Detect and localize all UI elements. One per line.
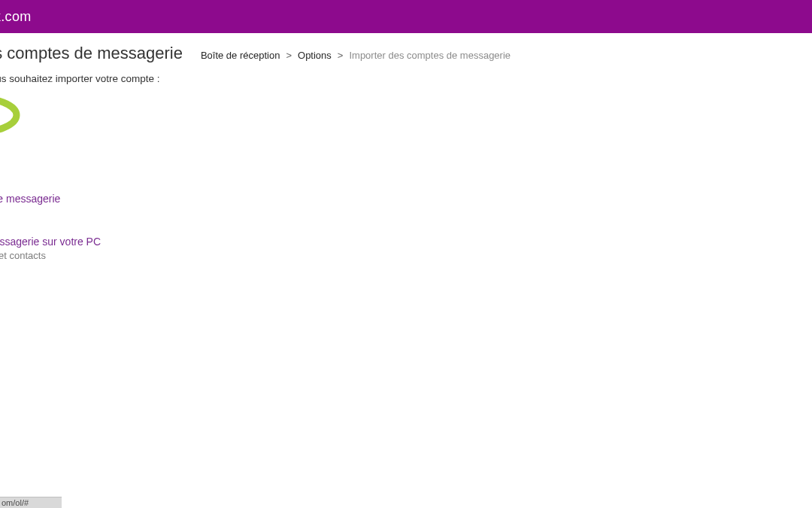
status-url: om/ol/# bbox=[2, 498, 29, 507]
highlight-ellipse bbox=[0, 93, 812, 137]
import-option-3: messagerie sur votre PC ue et contacts bbox=[0, 235, 812, 261]
svg-point-0 bbox=[0, 97, 17, 133]
breadcrumb-inbox[interactable]: Boîte de réception bbox=[201, 50, 280, 61]
status-bar: om/ol/# bbox=[0, 497, 62, 508]
app-title: k.com bbox=[0, 9, 32, 25]
title-row: es comptes de messagerie Boîte de récept… bbox=[0, 44, 812, 63]
option-2-subtext: ue bbox=[0, 207, 812, 218]
ellipse-icon bbox=[0, 93, 39, 137]
option-2-link[interactable]: r de messagerie bbox=[0, 193, 60, 205]
option-1-subtext: ue bbox=[0, 164, 812, 175]
app-header: k.com bbox=[0, 0, 812, 33]
option-3-link[interactable]: messagerie sur votre PC bbox=[0, 236, 101, 248]
breadcrumb-options[interactable]: Options bbox=[298, 50, 332, 61]
breadcrumb: Boîte de réception > Options > Importer … bbox=[201, 50, 511, 61]
option-3-subtext: ue et contacts bbox=[0, 250, 812, 261]
breadcrumb-sep: > bbox=[338, 50, 344, 61]
import-option-2: r de messagerie ue bbox=[0, 192, 812, 218]
main-content: es comptes de messagerie Boîte de récept… bbox=[0, 33, 812, 261]
intro-text: vous souhaitez importer votre compte : bbox=[0, 73, 812, 84]
import-option-1: ue bbox=[0, 164, 812, 175]
page-title: es comptes de messagerie bbox=[0, 44, 183, 63]
breadcrumb-sep: > bbox=[286, 50, 292, 61]
breadcrumb-current: Importer des comptes de messagerie bbox=[349, 50, 511, 61]
